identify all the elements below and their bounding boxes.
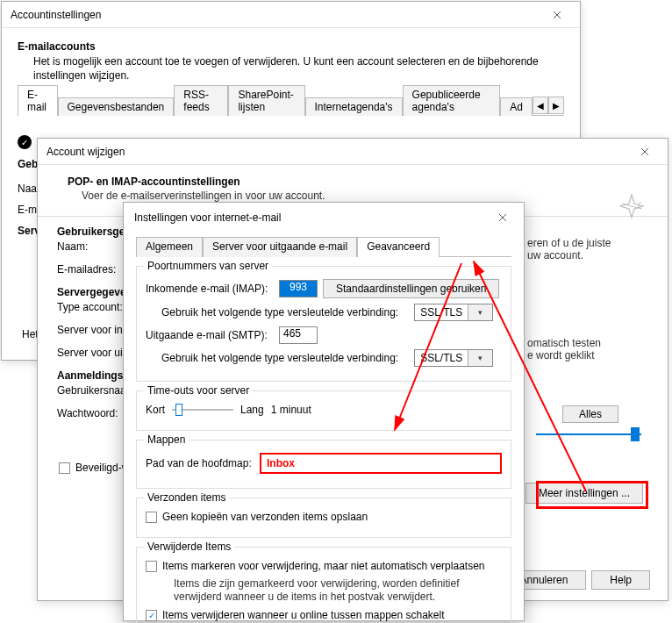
fieldset-legend: Verzonden items [144, 491, 229, 504]
tab-internet-calendars[interactable]: Internetagenda's [305, 97, 403, 116]
window-title: Account wijzigen [46, 146, 125, 158]
purge-on-switch-label: Items verwijderen wanneer u online tusse… [162, 609, 445, 621]
incoming-encryption-select[interactable]: SSL/TLS ▾ [414, 304, 493, 321]
secure-password-checkbox-row: Beveiligd-w [59, 462, 129, 474]
tab-addressbooks[interactable]: Ad [500, 97, 533, 116]
titlebar: Accountinstellingen [2, 2, 580, 28]
tab-published[interactable]: Gepubliceerde agenda's [403, 85, 501, 116]
scroll-left-icon[interactable]: ◀ [533, 97, 548, 114]
timeout-value: 1 minuut [271, 404, 311, 416]
long-label: Lang [240, 404, 264, 416]
outgoing-encryption-label: Gebruik het volgende type versleutelde v… [161, 352, 398, 364]
secure-password-label: Beveiligd-w [75, 462, 129, 474]
dialog-tabs: Algemeen Server voor uitgaande e-mail Ge… [136, 236, 511, 257]
close-icon[interactable] [631, 141, 659, 162]
tabs: E-mail Gegevensbestanden RSS-feeds Share… [18, 95, 564, 116]
fieldset-legend: Mappen [144, 433, 189, 446]
incoming-encryption-label: Gebruik het volgende type versleutelde v… [161, 306, 398, 319]
titlebar: Instellingen voor internet-e-mail [124, 203, 524, 233]
section-title: E-mailaccounts [18, 40, 564, 53]
root-folder-label: Pad van de hoofdmap: [146, 457, 254, 469]
header-title: POP- en IMAP-accountinstellingen [68, 175, 650, 188]
tab-scroll: ◀ ▶ [533, 96, 564, 115]
outgoing-encryption-select[interactable]: SSL/TLS ▾ [414, 349, 493, 367]
tab-outgoing-server[interactable]: Server voor uitgaande e-mail [203, 237, 357, 257]
deletion-note: Items die zijn gemarkeerd voor verwijder… [174, 577, 502, 604]
incoming-port-input[interactable]: 993 [279, 280, 318, 297]
all-button[interactable]: Alles [562, 405, 618, 423]
server-ports-fieldset: Poortnummers van server Inkomende e-mail… [136, 266, 511, 382]
window-title: Instellingen voor internet-e-mail [134, 211, 281, 224]
timeout-slider-track [172, 409, 233, 411]
window-title: Accountinstellingen [11, 9, 101, 21]
purge-on-switch-checkbox[interactable]: ✓ [146, 610, 157, 621]
body: Algemeen Server voor uitgaande e-mail Ge… [124, 233, 524, 623]
sent-items-fieldset: Verzonden items Geen kopieën van verzond… [136, 498, 511, 538]
test-note: eren of u de juiste uw account. omatisch… [527, 237, 648, 362]
close-icon[interactable] [543, 4, 571, 25]
outgoing-port-label: Uitgaande e-mail (SMTP): [146, 329, 274, 341]
help-button[interactable]: Help [591, 570, 650, 590]
short-label: Kort [146, 404, 165, 416]
secure-password-checkbox[interactable] [59, 462, 70, 474]
tab-email[interactable]: E-mail [18, 85, 58, 116]
fieldset-legend: Time-outs voor server [144, 384, 253, 397]
header-subtitle: Voer de e-mailserverinstellingen in voor… [82, 190, 650, 202]
mail-offline-slider-thumb[interactable] [631, 427, 640, 441]
internet-email-settings-dialog: Instellingen voor internet-e-mail Algeme… [123, 202, 525, 621]
close-icon[interactable] [489, 207, 517, 228]
deleted-items-fieldset: Verwijderde Items Items markeren voor ve… [136, 547, 511, 623]
outgoing-port-input[interactable]: 465 [279, 326, 318, 344]
more-settings-button[interactable]: Meer instellingen ... [525, 483, 643, 504]
incoming-port-label: Inkomende e-mail (IMAP): [146, 283, 274, 295]
timeout-slider-thumb[interactable] [175, 404, 182, 416]
fieldset-legend: Verwijderde Items [144, 541, 234, 553]
use-defaults-button[interactable]: Standaardinstellingen gebruiken [323, 279, 499, 298]
server-timeouts-fieldset: Time-outs voor server Kort Lang 1 minuut [136, 390, 511, 431]
tab-general[interactable]: Algemeen [136, 237, 203, 257]
mark-for-deletion-label: Items markeren voor verwijdering, maar n… [162, 560, 485, 572]
cursor-icon [618, 193, 645, 222]
check-icon: ✓ [18, 135, 32, 149]
help-text: Het [22, 328, 39, 340]
chevron-down-icon: ▾ [468, 304, 492, 320]
tab-advanced[interactable]: Geavanceerd [357, 237, 440, 257]
folders-fieldset: Mappen Pad van de hoofdmap: Inbox [136, 440, 511, 489]
tab-datafiles[interactable]: Gegevensbestanden [58, 97, 175, 116]
mail-offline-slider-track [536, 433, 641, 435]
scroll-right-icon[interactable]: ▶ [548, 97, 564, 114]
no-sent-copy-checkbox[interactable] [146, 512, 157, 523]
mark-for-deletion-checkbox[interactable] [146, 561, 157, 572]
no-sent-copy-label: Geen kopieën van verzonden items opslaan [162, 511, 368, 523]
tab-rss[interactable]: RSS-feeds [174, 85, 228, 116]
root-folder-input[interactable]: Inbox [260, 453, 502, 474]
chevron-down-icon: ▾ [468, 350, 492, 366]
fieldset-legend: Poortnummers van server [144, 260, 272, 272]
titlebar: Account wijzigen [38, 139, 668, 165]
tab-sharepoint[interactable]: SharePoint-lijsten [228, 85, 304, 116]
section-body: Het is mogelijk een account toe te voege… [33, 54, 564, 82]
